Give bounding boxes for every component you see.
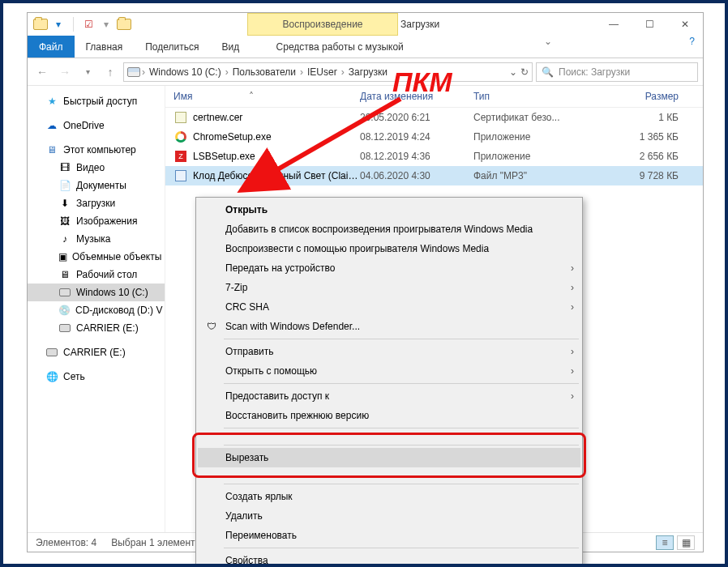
nav-pictures[interactable]: 🖼Изображения [28,212,165,230]
ribbon-expand-icon[interactable]: ⌄ [536,36,560,58]
column-size[interactable]: Размер [574,91,695,102]
sort-asc-icon: ˄ [249,91,254,102]
ctx-openwith[interactable]: Открыть с помощью› [198,361,580,381]
ctx-cast[interactable]: Передать на устройство› [198,258,580,278]
file-name: LSBSetup.exe [193,151,360,162]
contextual-tab-group: Воспроизведение [247,13,398,36]
ctx-add-wmp[interactable]: Добавить в список воспроизведения проигр… [198,220,580,239]
folder-icon[interactable] [32,16,49,32]
nav-3d-objects[interactable]: ▣Объемные объекты [28,248,165,266]
recent-dropdown-icon[interactable]: ▾ [78,62,97,82]
breadcrumb[interactable]: Загрузки [346,66,390,78]
file-rows: certnew.cer 20.05.2020 6:21 Сертификат б… [165,108,703,185]
ctx-restore[interactable]: Восстановить прежнюю версию [198,406,580,425]
nav-onedrive[interactable]: ☁OneDrive [28,117,165,134]
maximize-button[interactable]: ☐ [632,13,667,36]
tab-music-tools[interactable]: Средства работы с музыкой [264,36,415,58]
titlebar: ▾ ☑ ▾ Воспроизведение Загрузки — ☐ ✕ [28,13,703,36]
nav-desktop[interactable]: 🖥Рабочий стол [28,266,165,284]
file-name: certnew.cer [193,112,360,123]
search-input[interactable]: 🔍 Поиск: Загрузки [536,62,698,82]
certificate-icon [173,110,188,125]
ctx-crcsha[interactable]: CRC SHA› [198,297,580,317]
search-icon: 🔍 [542,66,554,78]
back-button[interactable]: ← [32,62,52,82]
file-size: 2 656 КБ [574,151,695,162]
window-title: Загрузки [400,19,439,30]
dropdown-icon[interactable]: ▾ [50,16,66,32]
nav-drive-c[interactable]: Windows 10 (C:) [28,284,165,301]
file-size: 1 КБ [574,112,695,123]
chrome-icon [173,130,188,144]
nav-documents[interactable]: 📄Документы [28,177,165,194]
file-row[interactable]: ChromeSetup.exe 08.12.2019 4:24 Приложен… [165,127,703,147]
tab-file[interactable]: Файл [28,36,75,58]
separator [224,484,579,484]
breadcrumb[interactable]: Windows 10 (C:) [147,66,224,78]
nav-carrier-e-2[interactable]: CARRIER (E:) [28,343,165,361]
dropdown-icon[interactable]: ▾ [98,16,114,32]
nav-quick-access[interactable]: ★Быстрый доступ [28,92,165,110]
nav-label: Документы [76,180,126,191]
ctx-defender[interactable]: 🛡Scan with Windows Defender... [198,317,580,336]
nav-videos[interactable]: 🎞Видео [28,159,165,177]
ctx-giveaccess[interactable]: Предоставить доступ к› [198,386,580,406]
item-count: Элементов: 4 [36,537,96,548]
ctx-sendto[interactable]: Отправить› [198,342,580,361]
address-bar[interactable]: › Windows 10 (C:) › Пользователи › IEUse… [123,62,533,82]
properties-icon[interactable]: ☑ [80,16,96,32]
breadcrumb[interactable]: IEUser [305,66,340,78]
tab-home[interactable]: Главная [75,36,135,58]
file-size: 1 365 КБ [574,131,695,143]
help-icon[interactable]: ? [681,36,703,58]
chevron-right-icon: › [571,390,574,402]
details-view-button[interactable]: ≡ [656,535,674,550]
drive-icon [58,322,71,335]
file-row-selected[interactable]: Клод Дебюсси - Лунный Свет (Clair de... … [165,166,703,185]
separator [224,445,579,446]
ctx-open[interactable]: Открыть [198,200,580,220]
new-folder-icon[interactable] [116,16,132,32]
column-type[interactable]: Тип [473,91,574,102]
history-dropdown-icon[interactable]: ⌄ [509,66,517,78]
selection-info: Выбран 1 элемент [111,537,195,548]
download-icon: ⬇ [58,197,71,210]
video-icon: 🎞 [58,161,71,174]
nav-this-pc[interactable]: 🖥Этот компьютер [28,141,165,159]
file-row[interactable]: certnew.cer 20.05.2020 6:21 Сертификат б… [165,108,703,127]
icons-view-button[interactable]: ▦ [677,535,695,550]
nav-network[interactable]: 🌐Сеть [28,368,165,386]
ctx-delete[interactable]: Удалить [198,506,580,526]
separator [224,428,579,428]
ctx-cut[interactable]: Вырезать [198,448,580,467]
nav-cdrom[interactable]: 💿CD-дисковод (D:) V [28,301,165,319]
chevron-right-icon: › [225,66,229,78]
ctx-shortcut[interactable]: Создать ярлык [198,487,580,506]
file-date: 08.12.2019 4:36 [360,151,473,162]
nav-label: Windows 10 (C:) [76,287,148,298]
nav-carrier-e[interactable]: CARRIER (E:) [28,319,165,337]
ctx-play-wmp[interactable]: Воспроизвести с помощью проигрывателя Wi… [198,239,580,258]
nav-downloads[interactable]: ⬇Загрузки [28,194,165,212]
minimize-button[interactable]: — [596,13,632,36]
nav-label: Загрузки [76,198,115,209]
nav-music[interactable]: ♪Музыка [28,230,165,248]
forward-button[interactable]: → [55,62,75,82]
breadcrumb[interactable]: Пользователи [230,66,298,78]
ctx-properties[interactable]: Свойства [198,551,580,567]
ctx-rename[interactable]: Переименовать [198,526,580,545]
cube-icon: ▣ [58,250,67,263]
nav-label: CD-дисковод (D:) V [75,305,162,316]
tab-share[interactable]: Поделиться [134,36,210,58]
refresh-icon[interactable]: ↻ [520,66,529,78]
cloud-icon: ☁ [45,119,58,132]
column-name[interactable]: Имя˄ [173,91,360,102]
ctx-7zip[interactable]: 7-Zip› [198,278,580,297]
close-button[interactable]: ✕ [667,13,703,36]
file-row[interactable]: Z LSBSetup.exe 08.12.2019 4:36 Приложени… [165,147,703,166]
nav-label: Видео [76,162,105,173]
nav-label: Объемные объекты [72,251,161,262]
chevron-right-icon: › [571,365,574,377]
tab-view[interactable]: Вид [210,36,251,58]
up-button[interactable]: ↑ [101,62,120,82]
